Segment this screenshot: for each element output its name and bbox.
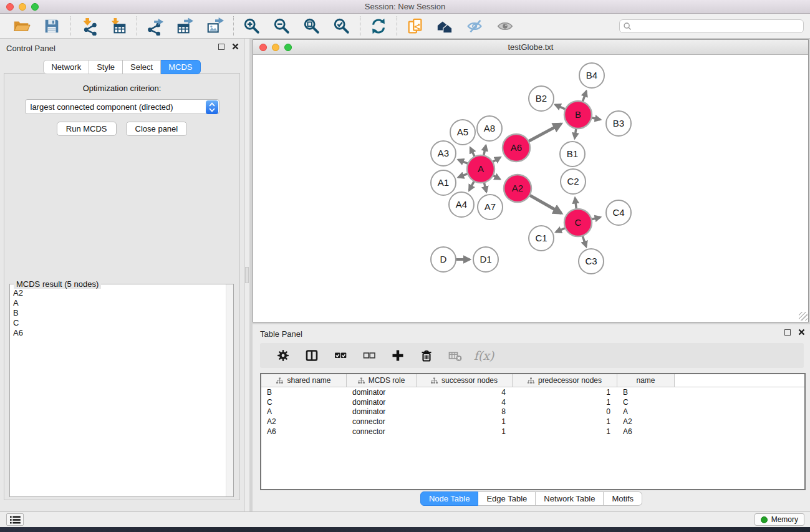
graph-node-A[interactable]: A <box>467 155 494 183</box>
graph-node-B[interactable]: B <box>564 101 592 128</box>
graph-edge-A-A6[interactable] <box>492 157 500 162</box>
table-cell[interactable]: 4 <box>417 388 513 397</box>
mcds-result-item[interactable]: C <box>11 318 225 328</box>
table-float-panel-icon[interactable] <box>784 329 791 336</box>
refresh-icon[interactable] <box>368 16 389 37</box>
table-cell[interactable]: 4 <box>417 398 513 407</box>
table-cell[interactable]: C <box>617 398 675 407</box>
column-header-name[interactable]: name <box>617 374 675 387</box>
graph-node-C4[interactable]: C4 <box>606 200 631 225</box>
float-panel-icon[interactable] <box>218 44 224 50</box>
tab-network[interactable]: Network <box>43 60 89 74</box>
table-cell[interactable]: connector <box>347 427 417 436</box>
tab-select[interactable]: Select <box>123 60 161 74</box>
graph-node-D[interactable]: D <box>431 247 456 272</box>
table-cell[interactable]: dominator <box>347 388 417 397</box>
eye-icon[interactable] <box>494 16 516 37</box>
graph-edge-A6-B[interactable] <box>528 124 561 142</box>
table-cell[interactable]: 1 <box>513 417 617 426</box>
graph-edge-A2-C[interactable] <box>529 195 561 213</box>
graph-edge-B-B1[interactable] <box>575 128 576 138</box>
zoom-out-icon[interactable] <box>271 16 292 37</box>
import-table-icon[interactable] <box>108 16 129 37</box>
graph-node-A1[interactable]: A1 <box>431 170 456 195</box>
column-header-successor-nodes[interactable]: successor nodes <box>417 374 513 387</box>
graph-edge-B-B2[interactable] <box>555 105 566 110</box>
deselect-all-icon[interactable] <box>355 345 383 366</box>
table-cell[interactable]: 1 <box>417 427 513 436</box>
table-cell[interactable]: A2 <box>261 417 347 426</box>
mcds-result-item[interactable]: A <box>11 298 225 308</box>
table-row[interactable]: Bdominator41B <box>261 387 804 397</box>
select-all-icon[interactable] <box>326 345 355 366</box>
copy-view-icon[interactable] <box>405 16 426 37</box>
table-cell[interactable]: A <box>617 407 675 416</box>
table-cell[interactable]: dominator <box>347 398 417 407</box>
save-icon[interactable] <box>41 16 62 37</box>
export-network-icon[interactable] <box>145 16 166 37</box>
table-cell[interactable]: C <box>261 398 347 407</box>
table-cell[interactable]: 1 <box>513 398 617 407</box>
table-cell[interactable]: 1 <box>513 388 617 397</box>
open-icon[interactable] <box>11 16 32 37</box>
graph-node-B2[interactable]: B2 <box>529 86 554 111</box>
table-tab-motifs[interactable]: Motifs <box>604 491 642 506</box>
mcds-result-item[interactable]: B <box>11 308 225 318</box>
table-tab-edge-table[interactable]: Edge Table <box>478 491 536 506</box>
table-cell[interactable]: 1 <box>513 427 617 436</box>
table-cell[interactable]: connector <box>347 417 417 426</box>
graph-node-A3[interactable]: A3 <box>431 141 456 166</box>
graph-edge-A-A5[interactable] <box>470 148 475 157</box>
graph-edge-A-A4[interactable] <box>469 180 475 190</box>
table-cell[interactable]: dominator <box>347 407 417 416</box>
table-close-panel-icon[interactable] <box>798 329 805 336</box>
table-cell[interactable]: B <box>617 388 675 397</box>
task-history-button[interactable] <box>6 513 24 526</box>
graph-node-A6[interactable]: A6 <box>503 134 530 162</box>
add-icon[interactable] <box>383 345 412 366</box>
table-tab-node-table[interactable]: Node Table <box>420 491 479 506</box>
graph-node-C1[interactable]: C1 <box>529 226 554 251</box>
search-input[interactable] <box>619 19 804 33</box>
close-panel-button[interactable]: Close panel <box>126 122 188 136</box>
table-row[interactable]: Cdominator41C <box>261 397 804 407</box>
export-image-icon[interactable] <box>205 16 226 37</box>
network-canvas[interactable]: B4B2BB3A5A8A6A3B1AA1C2A2A4A7C4CC1C3DD1 <box>253 55 808 321</box>
columns-icon[interactable] <box>297 345 326 366</box>
table-cell[interactable]: A6 <box>261 427 347 436</box>
zoom-fit-icon[interactable] <box>301 16 322 37</box>
table-tab-network-table[interactable]: Network Table <box>536 491 604 506</box>
graph-edge-C-C2[interactable] <box>575 198 576 210</box>
table-row[interactable]: A6connector11A6 <box>261 427 804 437</box>
resize-grip[interactable] <box>799 312 808 321</box>
graph-node-A4[interactable]: A4 <box>449 192 474 217</box>
tab-style[interactable]: Style <box>89 60 123 74</box>
graph-node-B1[interactable]: B1 <box>560 142 585 167</box>
graph-edge-A-A7[interactable] <box>484 181 486 191</box>
graph-node-C2[interactable]: C2 <box>561 169 586 194</box>
graph-node-C3[interactable]: C3 <box>579 249 604 274</box>
column-header-MCDS-role[interactable]: MCDS role <box>347 374 417 387</box>
mcds-result-item[interactable]: A2 <box>11 288 225 298</box>
import-network-icon[interactable] <box>78 16 99 37</box>
hide-eye-icon[interactable] <box>465 16 486 37</box>
export-table-icon[interactable] <box>175 16 196 37</box>
mcds-list-scrollbar[interactable] <box>226 284 233 496</box>
graph-node-A8[interactable]: A8 <box>477 116 502 141</box>
settings-icon[interactable] <box>269 345 297 366</box>
graph-edge-B-B4[interactable] <box>582 91 586 102</box>
graph-node-A7[interactable]: A7 <box>478 195 503 220</box>
column-header-shared-name[interactable]: shared name <box>261 374 347 387</box>
table-cell[interactable]: 1 <box>417 417 513 426</box>
table-cell[interactable]: A2 <box>617 417 675 426</box>
delete-icon[interactable] <box>412 345 441 366</box>
tab-mcds[interactable]: MCDS <box>161 60 200 74</box>
graph-edge-A-A8[interactable] <box>483 145 486 156</box>
graph-edge-C-C4[interactable] <box>591 217 600 220</box>
graph-edge-A-A3[interactable] <box>458 160 469 164</box>
zoom-in-icon[interactable] <box>241 16 263 37</box>
graph-node-D1[interactable]: D1 <box>473 247 498 272</box>
zoom-selected-icon[interactable] <box>331 16 352 37</box>
panel-divider-grabber[interactable] <box>245 267 249 283</box>
graph-edge-C-C1[interactable] <box>556 228 566 232</box>
